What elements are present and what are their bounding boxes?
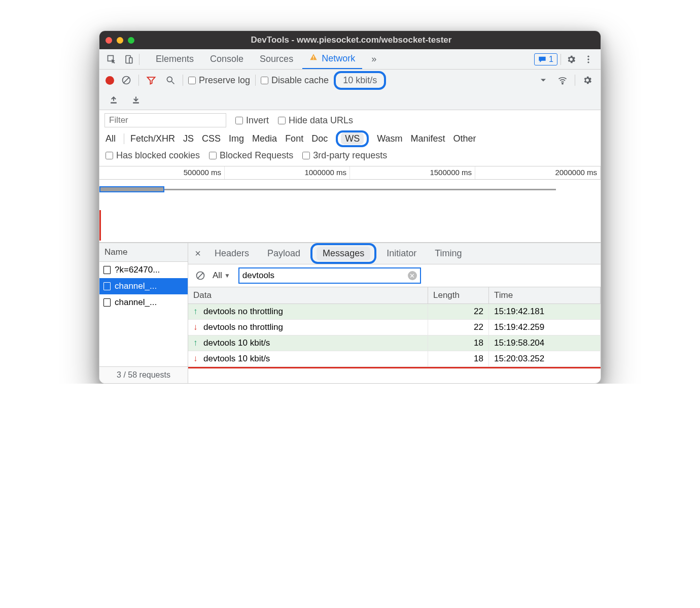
requests-list: Name ?k=62470... channel_... channel_...… (99, 243, 188, 383)
issues-badge[interactable]: 1 (534, 53, 557, 65)
timeline-selection[interactable] (99, 186, 164, 192)
detail-tab-messages[interactable]: Messages (317, 247, 370, 260)
network-conditions-icon[interactable] (555, 73, 570, 87)
type-filter-wasm[interactable]: Wasm (377, 133, 402, 144)
col-length[interactable]: Length (428, 287, 489, 303)
settings-icon[interactable] (564, 52, 578, 66)
clear-icon[interactable] (119, 73, 133, 87)
type-filter-css[interactable]: CSS (202, 133, 221, 144)
inspect-element-icon[interactable] (104, 52, 119, 66)
throttle-dropdown-icon[interactable] (536, 73, 550, 87)
filter-input[interactable] (104, 113, 226, 127)
arrow-up-icon: ↑ (193, 338, 200, 348)
main-tabs: Elements Console Sources Network » (149, 49, 383, 69)
message-time: 15:19:58.204 (489, 335, 601, 351)
svg-point-10 (167, 77, 172, 82)
throttling-select[interactable]: 10 kbit/s (334, 71, 386, 90)
export-har-icon[interactable] (129, 93, 143, 108)
message-row[interactable]: ↑devtools 10 kbit/s1815:19:58.204 (188, 335, 601, 351)
resource-type-filters: All Fetch/XHR JS CSS Img Media Font Doc … (104, 130, 596, 147)
message-row[interactable]: ↓devtools no throttling2215:19:42.259 (188, 320, 601, 335)
disable-cache-checkbox[interactable]: Disable cache (261, 75, 329, 86)
requests-panel: Name ?k=62470... channel_... channel_...… (99, 243, 601, 383)
message-time: 15:19:42.181 (489, 304, 601, 319)
type-filter-media[interactable]: Media (252, 133, 277, 144)
window-title: DevTools - www.piesocket.com/websocket-t… (134, 35, 568, 45)
more-tabs-button[interactable]: » (364, 50, 383, 69)
messages-end-marker (188, 367, 601, 368)
timeline-tick: 2000000 ms (475, 166, 601, 179)
request-name: ?k=62470... (115, 265, 160, 275)
network-settings-icon[interactable] (580, 73, 594, 87)
minimize-window-button[interactable] (117, 37, 123, 44)
svg-rect-3 (313, 56, 313, 58)
request-row[interactable]: channel_... (99, 278, 188, 294)
type-filter-fetchxhr[interactable]: Fetch/XHR (124, 133, 175, 144)
requests-summary: 3 / 58 requests (99, 366, 188, 383)
detail-tab-headers[interactable]: Headers (206, 245, 257, 262)
search-icon[interactable] (163, 73, 178, 87)
name-column-header[interactable]: Name (99, 243, 188, 262)
svg-point-7 (587, 61, 589, 63)
col-data[interactable]: Data (188, 287, 428, 303)
detail-tab-messages-highlight: Messages (310, 243, 376, 264)
message-row[interactable]: ↑devtools no throttling2215:19:42.181 (188, 304, 601, 320)
detail-tab-initiator[interactable]: Initiator (378, 245, 425, 262)
tab-console[interactable]: Console (203, 50, 251, 69)
messages-search-input[interactable] (242, 271, 405, 281)
detail-tabs: × Headers Payload Messages Initiator Tim… (188, 243, 601, 264)
arrow-down-icon: ↓ (193, 354, 200, 364)
svg-line-11 (172, 82, 174, 84)
messages-table-header: Data Length Time (188, 287, 601, 304)
close-window-button[interactable] (106, 37, 112, 44)
import-har-icon[interactable] (107, 93, 121, 108)
message-length: 22 (428, 304, 489, 319)
type-filter-font[interactable]: Font (285, 133, 303, 144)
timeline-overview[interactable]: 500000 ms 1000000 ms 1500000 ms 2000000 … (99, 166, 601, 243)
zoom-window-button[interactable] (128, 37, 134, 44)
messages-type-dropdown[interactable]: All ▼ (213, 271, 233, 281)
type-filter-js[interactable]: JS (183, 133, 194, 144)
chevron-down-icon: ▼ (224, 272, 230, 279)
timeline-track (99, 189, 556, 190)
col-time[interactable]: Time (489, 287, 601, 303)
network-toolbar: Preserve log Disable cache 10 kbit/s (99, 70, 601, 91)
arrow-down-icon: ↓ (193, 322, 200, 332)
timeline-load-marker (99, 210, 101, 241)
record-button[interactable] (106, 76, 114, 85)
type-filter-all[interactable]: All (106, 133, 116, 144)
type-filter-img[interactable]: Img (229, 133, 244, 144)
type-filter-ws[interactable]: WS (341, 132, 364, 145)
timeline-tick: 1000000 ms (225, 166, 350, 179)
hide-data-urls-checkbox[interactable]: Hide data URLs (278, 115, 353, 126)
message-length: 18 (428, 351, 489, 366)
tab-elements[interactable]: Elements (149, 50, 201, 69)
kebab-menu-icon[interactable] (581, 52, 596, 66)
request-name: channel_... (115, 297, 157, 308)
message-row[interactable]: ↓devtools 10 kbit/s1815:20:03.252 (188, 351, 601, 367)
tab-network[interactable]: Network (302, 49, 362, 69)
preserve-log-checkbox[interactable]: Preserve log (188, 75, 250, 86)
type-filter-manifest[interactable]: Manifest (411, 133, 445, 144)
blocked-requests-checkbox[interactable]: Blocked Requests (209, 150, 293, 161)
detail-tab-timing[interactable]: Timing (427, 245, 470, 262)
third-party-checkbox[interactable]: 3rd-party requests (302, 150, 387, 161)
has-blocked-cookies-checkbox[interactable]: Has blocked cookies (106, 150, 200, 161)
svg-line-9 (123, 77, 129, 83)
clear-search-icon[interactable]: ✕ (408, 271, 417, 280)
clear-messages-icon[interactable] (193, 268, 207, 283)
svg-rect-4 (313, 59, 313, 59)
detail-tab-payload[interactable]: Payload (259, 245, 308, 262)
request-name: channel_... (115, 281, 157, 291)
type-filter-other[interactable]: Other (453, 133, 476, 144)
filter-toggle-icon[interactable] (144, 73, 158, 87)
tab-sources[interactable]: Sources (253, 50, 300, 69)
close-details-button[interactable]: × (191, 248, 204, 259)
invert-checkbox[interactable]: Invert (235, 115, 269, 126)
type-filter-doc[interactable]: Doc (311, 133, 328, 144)
request-row[interactable]: channel_... (99, 294, 188, 311)
messages-search-box[interactable]: ✕ (238, 267, 421, 284)
device-toggle-icon[interactable] (122, 52, 136, 66)
request-row[interactable]: ?k=62470... (99, 262, 188, 278)
message-data: devtools no throttling (203, 307, 283, 316)
